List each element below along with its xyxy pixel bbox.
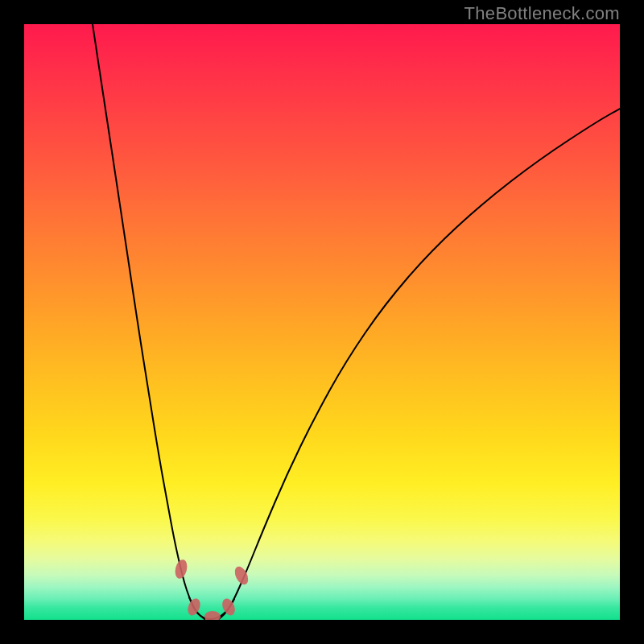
marker-bottom — [204, 611, 221, 620]
watermark-text: TheBottleneck.com — [464, 3, 620, 24]
chart-frame: TheBottleneck.com — [0, 0, 644, 644]
marker-left-lower — [185, 597, 202, 617]
curve-right-branch — [219, 109, 620, 619]
curve-layer — [24, 24, 620, 620]
curve-left-branch — [93, 24, 204, 619]
plot-area — [24, 24, 620, 620]
marker-left-upper — [173, 559, 188, 580]
